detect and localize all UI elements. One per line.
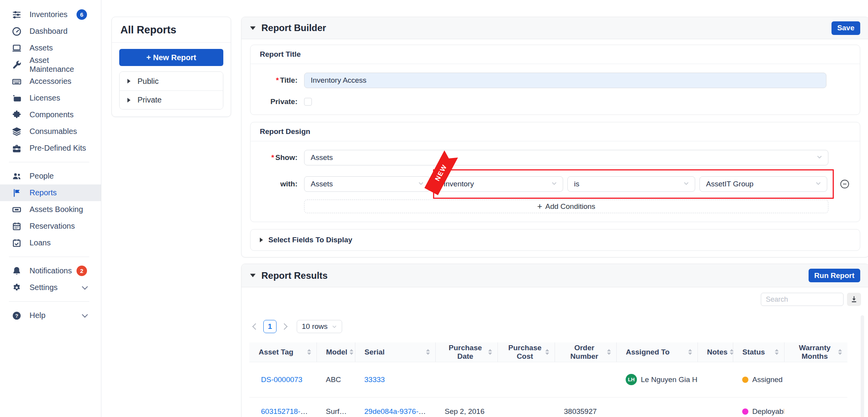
remove-condition-button[interactable]	[839, 178, 851, 190]
sidebar-divider	[9, 301, 89, 302]
save-button[interactable]: Save	[831, 21, 860, 35]
col-purchase-cost[interactable]: Purchase Cost	[497, 342, 555, 362]
private-checkbox[interactable]	[304, 98, 312, 106]
license-icon	[12, 93, 22, 103]
sidebar-item-accessories[interactable]: Accessories	[0, 73, 101, 90]
sidebar-item-pre-defined-kits[interactable]: Pre-Defined Kits	[0, 140, 101, 156]
sidebar-item-label: Inventories	[30, 10, 68, 19]
sidebar-item-assets[interactable]: Assets	[0, 40, 101, 56]
col-order-number[interactable]: Order Number	[555, 342, 616, 362]
col-status[interactable]: Status	[733, 342, 784, 362]
chevron-down-icon	[82, 283, 88, 290]
sort-icon[interactable]	[688, 349, 692, 355]
select-fields-section[interactable]: Select Fields To Display	[250, 229, 860, 251]
run-report-button[interactable]: Run Report	[809, 269, 860, 282]
sort-icon[interactable]	[426, 349, 430, 355]
sidebar-item-assets-booking[interactable]: Assets Booking	[0, 201, 101, 218]
sidebar-item-inventories[interactable]: Inventories 6	[0, 6, 101, 23]
col-notes[interactable]: Notes	[698, 342, 733, 362]
report-results-header: Report Results Run Report	[242, 264, 868, 287]
purchase-cost-cell	[497, 362, 555, 397]
search-row	[249, 293, 861, 306]
table-row: DS-0000073 ABC 33333 LH Le Nguyen Gia Hu…	[249, 362, 847, 397]
purchase-cost-cell	[497, 397, 555, 417]
wrench-icon	[12, 60, 22, 70]
with-select[interactable]: Assets	[304, 176, 430, 192]
sliders-icon	[12, 10, 22, 20]
download-button[interactable]	[847, 293, 861, 306]
sidebar-item-loans[interactable]: Loans	[0, 235, 101, 251]
page-number[interactable]: 1	[263, 320, 277, 333]
col-purchase-date[interactable]: Purchase Date	[435, 342, 497, 362]
prev-page-icon[interactable]	[252, 323, 259, 330]
col-asset-tag[interactable]: Asset Tag	[249, 342, 317, 362]
new-report-button[interactable]: + New Report	[119, 49, 223, 66]
sidebar-item-people[interactable]: People	[0, 168, 101, 184]
title-label: *Title:	[260, 76, 297, 85]
puzzle-icon	[12, 110, 22, 120]
sort-icon[interactable]	[607, 349, 611, 355]
sidebar-item-licenses[interactable]: Licenses	[0, 90, 101, 106]
toolbox-icon	[12, 143, 22, 153]
caret-right-icon	[260, 238, 263, 242]
pagination: 1 10 rows	[249, 320, 861, 333]
sidebar-item-settings[interactable]: Settings	[0, 279, 101, 296]
chevron-down-icon	[815, 180, 821, 188]
svg-text:?: ?	[15, 313, 18, 318]
rows-per-page-select[interactable]: 10 rows	[297, 320, 342, 333]
status-badge: Assigned	[752, 375, 783, 384]
sort-icon[interactable]	[730, 349, 734, 355]
assigned-to-cell: LH Le Nguyen Gia Huy	[616, 362, 698, 397]
report-design-heading: Report Design	[250, 122, 860, 141]
sort-icon[interactable]	[545, 349, 549, 355]
sidebar-item-consumables[interactable]: Consumables	[0, 123, 101, 140]
next-page-icon[interactable]	[281, 323, 288, 330]
sort-icon[interactable]	[838, 349, 842, 355]
sort-icon[interactable]	[307, 349, 311, 355]
add-conditions-button[interactable]: + Add Conditions	[304, 200, 828, 213]
asset-tag-link[interactable]: DS-0000073	[261, 375, 303, 384]
show-select[interactable]: Assets	[304, 150, 828, 165]
order-number-cell: 38035927	[555, 397, 616, 417]
serial-link[interactable]: 33333	[364, 375, 385, 384]
chevron-down-icon	[82, 311, 88, 318]
sidebar-item-help[interactable]: ? Help	[0, 307, 101, 324]
status-dot	[742, 408, 748, 415]
table-vertical-scrollbar[interactable]	[861, 315, 864, 417]
report-group-private[interactable]: Private	[120, 90, 223, 109]
sidebar-item-asset-maintenance[interactable]: Asset Maintenance	[0, 56, 101, 73]
col-model[interactable]: Model	[317, 342, 355, 362]
bell-icon	[12, 266, 22, 276]
col-serial[interactable]: Serial	[355, 342, 435, 362]
condition-value-select[interactable]: AssetIT Group	[699, 176, 827, 192]
help-icon: ?	[12, 311, 22, 321]
serial-link[interactable]: 29de084a-9376-48dc-...	[364, 407, 435, 415]
warranty-months-cell	[784, 362, 847, 397]
report-title-heading: Report Title	[250, 45, 860, 64]
condition-operator-select[interactable]: is	[567, 176, 695, 192]
condition-field-select[interactable]: Inventory	[437, 176, 563, 192]
col-assigned-to[interactable]: Assigned To	[616, 342, 698, 362]
sort-icon[interactable]	[775, 349, 779, 355]
plus-icon: +	[537, 202, 542, 211]
report-title-input[interactable]	[304, 73, 826, 88]
status-dot	[742, 377, 748, 383]
sidebar-item-dashboard[interactable]: Dashboard	[0, 23, 101, 40]
sidebar-item-reservations[interactable]: Reservations	[0, 218, 101, 235]
sidebar-item-reports[interactable]: Reports	[0, 184, 101, 201]
report-results-title: Report Results	[261, 270, 328, 281]
report-design-section: Report Design *Show: Assets with:	[250, 122, 860, 222]
search-input[interactable]	[761, 293, 844, 306]
asset-tag-link[interactable]: 603152718-9123	[261, 407, 317, 415]
sort-icon[interactable]	[350, 349, 353, 355]
sort-icon[interactable]	[488, 349, 492, 355]
sidebar-item-notifications[interactable]: Notifications 2	[0, 262, 101, 279]
collapse-caret-icon[interactable]	[250, 274, 256, 277]
sidebar-item-components[interactable]: Components	[0, 106, 101, 123]
collapse-caret-icon[interactable]	[250, 26, 256, 30]
report-group-public[interactable]: Public	[120, 72, 223, 90]
col-warranty-months[interactable]: Warranty Months	[784, 342, 847, 362]
divider	[112, 42, 231, 43]
sidebar-divider	[9, 257, 89, 257]
chevron-down-icon	[418, 180, 424, 188]
